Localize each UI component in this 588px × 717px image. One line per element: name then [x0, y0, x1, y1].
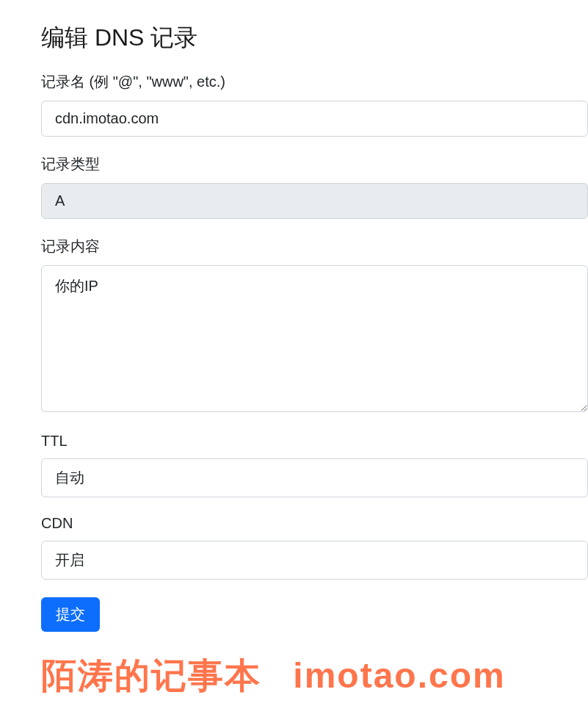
record-content-group: 记录内容 你的IP — [41, 237, 588, 415]
cdn-label: CDN — [41, 515, 588, 532]
record-name-label: 记录名 (例 "@", "www", etc.) — [41, 72, 588, 92]
cdn-select[interactable]: 开启 — [41, 541, 588, 580]
record-type-select[interactable]: A — [41, 183, 588, 219]
page-title: 编辑 DNS 记录 — [41, 22, 588, 54]
submit-button[interactable]: 提交 — [41, 597, 100, 632]
record-name-input[interactable] — [41, 101, 588, 137]
ttl-label: TTL — [41, 433, 588, 450]
record-type-label: 记录类型 — [41, 154, 588, 174]
ttl-select[interactable]: 自动 — [41, 458, 588, 497]
record-name-group: 记录名 (例 "@", "www", etc.) — [41, 72, 588, 137]
cdn-group: CDN 开启 — [41, 515, 588, 580]
watermark: 陌涛的记事本 imotao.com — [41, 652, 506, 654]
ttl-group: TTL 自动 — [41, 433, 588, 497]
record-content-textarea[interactable]: 你的IP — [41, 265, 588, 412]
record-content-label: 记录内容 — [41, 237, 588, 256]
record-type-group: 记录类型 A — [41, 154, 588, 219]
